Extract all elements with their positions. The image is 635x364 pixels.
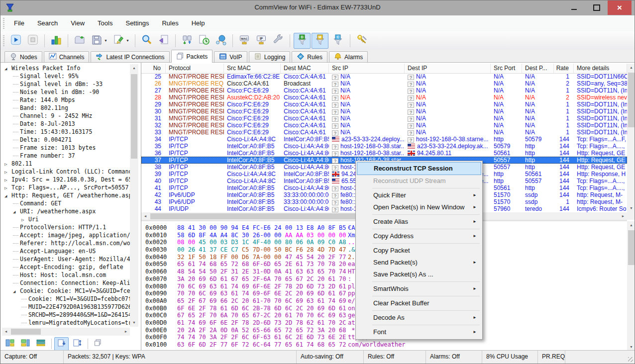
packet-row-32[interactable]: 32MNGT/PROBE RESP.Cisco:FC:E6:29Cisco:CA…: [141, 122, 627, 129]
clear-buffer-button[interactable]: ▼: [110, 33, 131, 49]
drag-handle-icon[interactable]: [3, 18, 4, 29]
expand-icon[interactable]: ▷: [4, 160, 11, 168]
scrollbar-thumb[interactable]: [11, 329, 41, 335]
tree-item[interactable]: ◢URI: /weatherhome.aspx: [2, 207, 130, 215]
go-to-packet-button[interactable]: [156, 33, 172, 49]
column-header-smac[interactable]: Src MAC: [224, 64, 281, 73]
auto-scroll-expand-button[interactable]: [70, 337, 84, 351]
drag-handle-icon[interactable]: [3, 35, 4, 46]
mac-aliases-button[interactable]: MAC: [236, 33, 252, 49]
wep-wpa-keys-button[interactable]: [354, 33, 371, 49]
packet-row-25[interactable]: 25MNGT/PROBE RESP.EdimaxTe:66:C2:8ECisco…: [141, 73, 627, 80]
menu-help[interactable]: Help: [185, 15, 212, 31]
tree-item[interactable]: ▷Tcp: Flags=...AP..., SrcPort=50557, D: [2, 183, 130, 191]
tree-item[interactable]: ▷802.11: [2, 160, 130, 168]
filter-data-packets-button[interactable]: D: [294, 33, 311, 49]
packet-row-33[interactable]: 33MNGT/PROBE RESP.Cisco:FC:E6:29Cisco:CA…: [141, 129, 627, 136]
context-menu-item-create-alias[interactable]: Create Alias►: [357, 216, 481, 228]
menu-search[interactable]: Search: [31, 15, 64, 31]
tree-item[interactable]: Cookie: MC1=V=3&GUID=fcebbc07f: [2, 295, 130, 303]
context-menu-item-copy-packet[interactable]: Copy Packet: [357, 245, 481, 257]
scroll-right-icon[interactable]: ►: [122, 328, 130, 336]
dropdown-arrow-icon[interactable]: ▼: [126, 39, 129, 42]
tree-item[interactable]: Accept: image/jpeg, application/x: [2, 231, 130, 239]
tree-item[interactable]: Host: Host: local.msn.com: [2, 271, 130, 279]
packet-generator-button[interactable]: [179, 33, 195, 49]
tree-item[interactable]: UserAgent: User-Agent: Mozilla/4.0: [2, 255, 130, 263]
menu-tools[interactable]: Tools: [91, 15, 119, 31]
tree-item[interactable]: ProtocolVersion: HTTP/1.1: [2, 223, 130, 231]
menu-view[interactable]: View: [64, 15, 91, 31]
scroll-down-icon[interactable]: ▼: [130, 319, 138, 327]
tree-item[interactable]: MUID=22E4792D0A1963B135977D626: [2, 303, 130, 311]
packet-row-35[interactable]: 35IP/TCPIntelCor:A0:8F:B5Cisco-Li:4A:A4:…: [141, 143, 627, 150]
tree-item[interactable]: Connection: Connection: Keep-Alive: [2, 279, 130, 287]
column-header-dip[interactable]: Dest IP: [405, 64, 491, 73]
save-packets-button[interactable]: ▼: [89, 33, 109, 49]
packet-row-36[interactable]: 36IP/TCPIntelCor:A0:8F:B5Cisco-Li:4A:A4:…: [141, 150, 627, 157]
tree-item[interactable]: Command: GET: [2, 199, 130, 207]
column-header-sip[interactable]: Src IP: [329, 64, 405, 73]
context-menu-item-quick-filter[interactable]: Quick Filter►: [357, 189, 481, 201]
ip-aliases-button[interactable]: IP: [253, 33, 269, 49]
context-menu-item-reconstruct-tcp-session[interactable]: Reconstruct TCP Session: [357, 162, 481, 175]
packet-row-29[interactable]: 29MNGT/PROBE RESP.Cisco:FC:E6:29Cisco:CA…: [141, 101, 627, 108]
maximize-button[interactable]: [585, 0, 608, 15]
scroll-left-icon[interactable]: ◄: [2, 328, 10, 336]
tree-item[interactable]: ◢Http: Request, GET /weatherhome.aspx: [2, 191, 130, 199]
tree-item[interactable]: ◢Wireless Packet Info: [2, 64, 130, 72]
packet-row-30[interactable]: 30MNGT/PROBE RESP.Cisco:FC:E6:29Cisco:CA…: [141, 108, 627, 115]
expand-icon[interactable]: ▷: [4, 176, 11, 183]
packet-row-34[interactable]: 34IP/TCPCisco-Li:4A:A4:8CIntelCor:A0:8F:…: [141, 136, 627, 143]
menu-file[interactable]: File: [7, 15, 31, 31]
tree-item[interactable]: Signal level: 95%: [2, 72, 130, 80]
scroll-right-icon[interactable]: ►: [619, 212, 627, 220]
column-header-no[interactable]: No: [141, 64, 166, 73]
context-menu-item-send-packet-s[interactable]: Send Packet(s)►: [357, 257, 481, 269]
tree-item[interactable]: ▷Ipv4: Src = 192.168.0.38, Dest = 65.5: [2, 176, 130, 183]
tree-item[interactable]: Frame size: 1013 bytes: [2, 144, 130, 152]
tree-item[interactable]: Frame number: 37: [2, 152, 130, 160]
scrollbar-thumb[interactable]: [628, 230, 635, 265]
menu-settings[interactable]: Settings: [119, 15, 155, 31]
collapse-icon[interactable]: ◢: [13, 287, 20, 295]
tree-item[interactable]: Date: 8-Jul-2013: [2, 120, 130, 128]
open-log-button[interactable]: [72, 33, 88, 49]
column-header-rate[interactable]: Rate: [554, 64, 574, 73]
scroll-down-icon[interactable]: ▼: [627, 204, 635, 212]
close-button[interactable]: ×: [608, 0, 632, 15]
find-packet-button[interactable]: [139, 33, 155, 49]
layout-side-by-side-button[interactable]: [2, 337, 17, 351]
expand-icon[interactable]: ▷: [21, 216, 28, 223]
collapse-icon[interactable]: ◢: [4, 192, 11, 199]
tree-item[interactable]: Referer: http://local.msn.com/wor: [2, 239, 130, 247]
layout-list-button[interactable]: [33, 337, 48, 351]
expand-icon[interactable]: ▷: [4, 168, 11, 176]
tree-item[interactable]: ▷Uri: [2, 215, 130, 223]
column-header-sp[interactable]: Src Port: [491, 64, 522, 73]
dropdown-arrow-icon[interactable]: ▼: [104, 39, 107, 42]
statistics-button[interactable]: [48, 33, 64, 49]
minimize-button[interactable]: [563, 0, 585, 15]
tree-item[interactable]: Noise level in dBm: -90: [2, 88, 130, 96]
tab-channels[interactable]: Channels: [44, 51, 90, 62]
tree-item[interactable]: ▷Logical-Link Control (LLC): Command:: [2, 168, 130, 176]
tree-item[interactable]: Rate: 144.0 Mbps: [2, 96, 130, 104]
packet-row-26[interactable]: 26MNGT/PROBE REQ.Cisco:CA:4A:61Broadcast…: [141, 80, 627, 87]
node-reassociation-button[interactable]: [213, 33, 229, 49]
tab-rules[interactable]: IFRules: [292, 51, 327, 62]
tab-logging[interactable]: Logging: [249, 51, 291, 62]
expand-icon[interactable]: ▷: [4, 184, 11, 191]
start-capture-button[interactable]: [8, 33, 24, 49]
tree-item[interactable]: lemru=MigratedtoMyLocations=tr: [2, 319, 130, 327]
tree-item[interactable]: Accept-Encoding: gzip, deflate: [2, 263, 130, 271]
collapse-icon[interactable]: ◢: [4, 65, 11, 72]
tree-item[interactable]: Band: 802.11ng: [2, 104, 130, 112]
tab-alarms[interactable]: Alarms: [329, 51, 368, 62]
tab-voip[interactable]: VoIP: [214, 51, 247, 62]
context-menu-item-open-packet-s-in-new-window[interactable]: Open Packet(s) in New Window►: [357, 201, 481, 213]
packet-row-31[interactable]: 31MNGT/PROBE RESP.Cisco:FC:E6:29Cisco:CA…: [141, 115, 627, 122]
context-menu-item-copy-address[interactable]: Copy Address►: [357, 230, 481, 242]
tree-item[interactable]: Time: 15:43:03.163175: [2, 128, 130, 136]
hex-vertical-scrollbar[interactable]: ▲ ▼: [627, 221, 635, 351]
